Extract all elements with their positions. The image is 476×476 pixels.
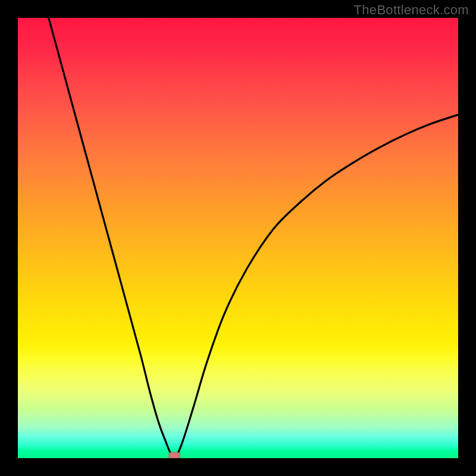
bottleneck-curve xyxy=(18,18,458,458)
optimal-marker xyxy=(168,452,180,459)
chart-frame: TheBottleneck.com xyxy=(0,0,476,476)
watermark-text: TheBottleneck.com xyxy=(354,2,469,18)
curve-path xyxy=(49,18,458,458)
plot-area xyxy=(18,18,458,458)
